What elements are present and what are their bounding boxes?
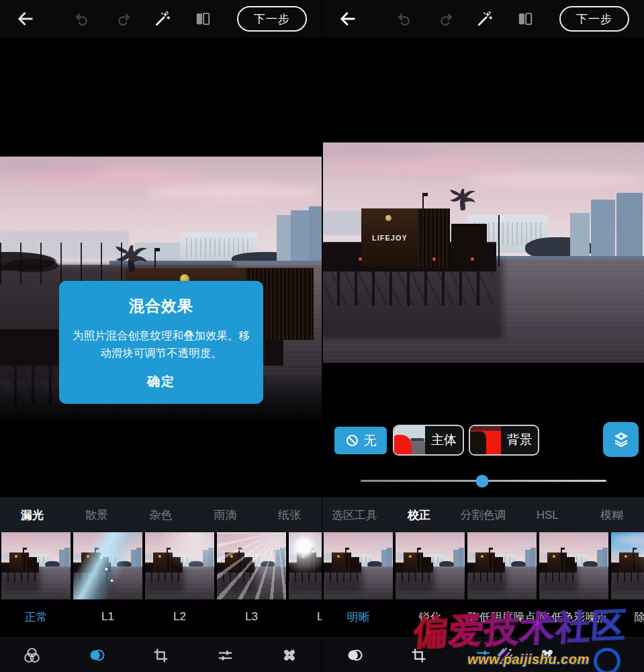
category-tab[interactable]: 纸张 <box>257 507 322 523</box>
left-editor-pane: 下一步 LIFEJOY <box>0 0 322 672</box>
effect-thumbnail-label[interactable]: 正常 <box>1 610 71 625</box>
heal-icon[interactable] <box>257 646 322 664</box>
subject-mask-thumbnail <box>394 426 425 454</box>
adjust-thumbnail-label[interactable]: 除雾 <box>611 610 644 625</box>
mask-none-label: 无 <box>364 432 377 450</box>
adjustments-icon[interactable] <box>193 646 257 665</box>
thumbnail-photo <box>217 532 286 599</box>
mask-none-button[interactable]: 无 <box>334 427 387 454</box>
photo-pier-legs <box>323 268 493 306</box>
undo-icon[interactable] <box>395 9 414 28</box>
photo-mast <box>422 193 424 210</box>
photo-lamp-post <box>498 215 500 265</box>
palm-tree-silhouette <box>445 189 476 212</box>
photo-cloud <box>330 158 528 173</box>
category-tab[interactable]: 雨滴 <box>193 507 257 523</box>
effect-thumbnail[interactable] <box>73 532 142 599</box>
opacity-slider-handle[interactable] <box>476 474 489 487</box>
screenshot-stage: 下一步 LIFEJOY <box>0 0 644 672</box>
adjust-thumbnail-label[interactable]: 降低明度噪点 <box>467 610 537 625</box>
crop-icon[interactable] <box>129 647 193 664</box>
bottom-toolbar-left <box>0 637 322 672</box>
photo-tower <box>570 213 590 259</box>
effect-thumbnail[interactable] <box>289 532 322 599</box>
layers-button[interactable] <box>603 422 639 457</box>
category-tab[interactable]: 散景 <box>64 507 129 523</box>
thumbnail-photo <box>73 532 142 599</box>
category-tab[interactable]: 模糊 <box>580 507 644 523</box>
adjust-thumbnail[interactable] <box>324 532 393 599</box>
before-after-icon[interactable] <box>193 9 212 28</box>
adjust-thumbnail-label[interactable]: 锐化 <box>396 610 465 625</box>
left-topbar: 下一步 <box>0 0 322 38</box>
blend-icon[interactable] <box>64 646 129 665</box>
mask-subject-label: 主体 <box>425 431 463 449</box>
adjust-thumbnail[interactable] <box>539 532 608 599</box>
undo-icon[interactable] <box>73 9 91 28</box>
thumbnail-photo <box>1 532 71 599</box>
magic-wand-icon[interactable] <box>475 9 494 28</box>
photo-lifebuoy <box>471 257 474 261</box>
looks-icon[interactable] <box>0 646 64 665</box>
right-topbar: 下一步 <box>322 0 644 38</box>
category-tab[interactable]: 分割色调 <box>451 507 516 523</box>
effect-labels-left: 正常L1L2L3L4 <box>0 604 322 630</box>
photo-lifebuoy <box>432 257 436 261</box>
redo-icon[interactable] <box>436 9 455 28</box>
adjust-category-tabs-right: 选区工具校正分割色调HSL模糊 <box>322 497 644 533</box>
photo-tower <box>616 193 642 259</box>
effect-thumbnail[interactable] <box>145 532 214 599</box>
dialog-confirm-button[interactable]: 确定 <box>71 373 251 390</box>
adjust-thumbnail-label[interactable]: 明晰 <box>324 610 393 625</box>
photo-lifebuoy <box>359 257 362 261</box>
mask-background-label: 背景 <box>501 431 538 449</box>
mask-background-button[interactable]: 背景 <box>469 425 539 456</box>
before-after-icon[interactable] <box>516 9 535 28</box>
photo-tower <box>291 210 310 263</box>
category-tab[interactable]: 校正 <box>387 507 451 523</box>
back-icon[interactable] <box>16 9 35 28</box>
thumbnail-photo <box>145 532 214 599</box>
photo-preview-right: LIFEJOY <box>323 142 644 363</box>
bottom-toolbar-right <box>322 637 644 672</box>
magic-wand-icon[interactable] <box>153 9 172 28</box>
category-tab[interactable]: 杂色 <box>129 507 193 523</box>
right-editor-pane: 下一步 LIFEJOY <box>322 0 644 672</box>
back-icon[interactable] <box>338 9 357 28</box>
blend-icon[interactable] <box>322 646 387 665</box>
effect-thumbnail-label[interactable]: L1 <box>73 610 142 624</box>
heal-icon[interactable] <box>515 646 580 664</box>
next-step-button[interactable]: 下一步 <box>559 6 629 32</box>
category-tab[interactable]: HSL <box>515 509 580 522</box>
photo-container-box: LIFEJOY <box>361 208 449 267</box>
layers-icon <box>611 429 631 450</box>
crop-icon[interactable] <box>387 647 451 664</box>
background-mask-thumbnail <box>470 426 501 454</box>
dialog-body: 为照片混合创意纹理和叠加效果。移动滑块可调节不透明度。 <box>71 327 251 362</box>
palm-tree-silhouette <box>109 245 148 274</box>
thumbnail-photo <box>324 532 393 599</box>
effect-thumbnail[interactable] <box>217 532 286 599</box>
redo-icon[interactable] <box>113 9 132 28</box>
colorful-brushes-icon[interactable] <box>490 642 517 669</box>
category-tab[interactable]: 选区工具 <box>322 507 387 523</box>
thumbnail-photo <box>611 532 644 599</box>
mask-subject-button[interactable]: 主体 <box>393 425 464 456</box>
opacity-slider-track[interactable] <box>361 480 606 482</box>
photo-brand-logo <box>385 215 392 221</box>
effect-thumbnail-label[interactable]: L4 <box>289 610 322 624</box>
photo-mast <box>154 248 156 267</box>
adjust-thumbnails-right <box>322 532 644 599</box>
adjust-thumbnail[interactable] <box>467 532 537 599</box>
effect-thumbnail-label[interactable]: L2 <box>145 610 214 624</box>
adjust-thumbnail[interactable] <box>396 532 465 599</box>
adjust-thumbnail-label[interactable]: 降低色彩噪点 <box>539 610 608 625</box>
thumbnail-photo <box>396 532 465 599</box>
adjust-thumbnail[interactable] <box>611 532 644 599</box>
photo-tower <box>591 200 615 259</box>
effect-thumbnail-label[interactable]: L3 <box>217 610 286 624</box>
effect-thumbnail[interactable] <box>1 532 71 599</box>
next-step-button[interactable]: 下一步 <box>237 6 307 32</box>
category-tab[interactable]: 漏光 <box>0 507 64 523</box>
photo-tower <box>309 206 322 265</box>
